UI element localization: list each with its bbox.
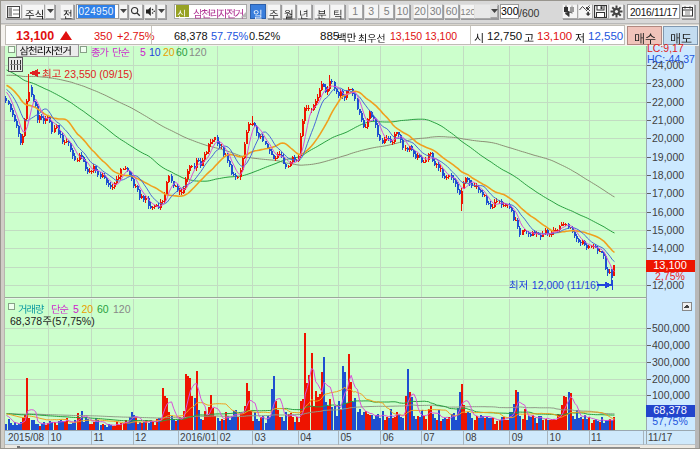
svg-text:60: 60	[97, 303, 109, 315]
svg-text:14,000: 14,000	[652, 242, 684, 254]
svg-text:100,000: 100,000	[652, 389, 690, 401]
svg-text:10: 10	[50, 432, 62, 443]
svg-text:22,000: 22,000	[652, 96, 684, 108]
svg-text:07: 07	[423, 432, 435, 443]
svg-text:200,000: 200,000	[652, 373, 690, 385]
svg-text:23,550 (09/15): 23,550 (09/15)	[64, 68, 132, 80]
svg-text:10: 10	[550, 432, 562, 443]
svg-text:05: 05	[341, 432, 353, 443]
svg-text:300,000: 300,000	[652, 356, 690, 368]
svg-text:5: 5	[140, 46, 146, 58]
svg-text:21,000: 21,000	[652, 114, 684, 126]
svg-text:2,75%: 2,75%	[655, 270, 685, 282]
svg-text:HC:-44,37: HC:-44,37	[647, 53, 695, 65]
svg-text:12: 12	[135, 432, 147, 443]
svg-text:02: 02	[220, 432, 232, 443]
svg-text:17,000: 17,000	[652, 187, 684, 199]
svg-text:10: 10	[149, 46, 161, 58]
svg-text:18,000: 18,000	[652, 169, 684, 181]
svg-text:57,75%: 57,75%	[652, 415, 688, 427]
svg-text:16,000: 16,000	[652, 206, 684, 218]
svg-text:400,000: 400,000	[652, 339, 690, 351]
svg-text:20: 20	[82, 303, 94, 315]
svg-text:06: 06	[383, 432, 395, 443]
svg-text:08: 08	[465, 432, 477, 443]
svg-text:2016/01: 2016/01	[180, 432, 217, 443]
svg-text:68,378: 68,378	[10, 315, 42, 327]
svg-text:20,000: 20,000	[652, 132, 684, 144]
svg-text:23,000: 23,000	[652, 77, 684, 89]
svg-text:15,000: 15,000	[652, 224, 684, 236]
svg-text:5: 5	[73, 303, 79, 315]
svg-text:03: 03	[255, 432, 267, 443]
svg-text:120: 120	[189, 46, 207, 58]
svg-text:12,000 (11/16): 12,000 (11/16)	[532, 279, 600, 291]
svg-text:11/17: 11/17	[648, 432, 673, 443]
svg-text:11: 11	[93, 432, 104, 443]
svg-text:11: 11	[591, 432, 602, 443]
svg-text:19,000: 19,000	[652, 151, 684, 163]
svg-text:60: 60	[176, 46, 188, 58]
svg-text:20: 20	[163, 46, 175, 58]
svg-text:120: 120	[113, 303, 131, 315]
svg-text:04: 04	[300, 432, 312, 443]
svg-text:500,000: 500,000	[652, 322, 690, 334]
svg-text:2015/08: 2015/08	[8, 432, 45, 443]
svg-text:09: 09	[512, 432, 524, 443]
svg-text:(57,75%): (57,75%)	[52, 315, 95, 327]
